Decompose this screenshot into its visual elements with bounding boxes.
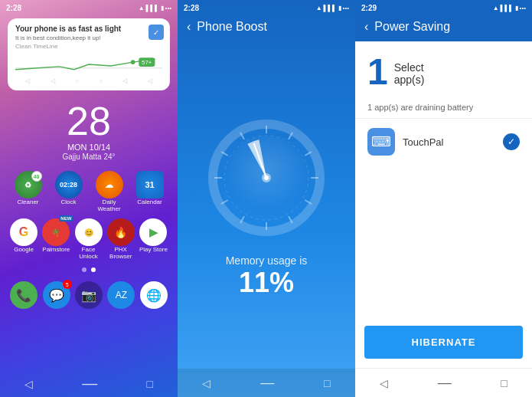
boost-wifi-icon: ▲: [316, 5, 322, 11]
app-list-item-touchpal[interactable]: ⌨ TouchPal ✓: [355, 122, 532, 162]
battery-icon: ▮: [161, 5, 164, 11]
notif-action-5: ◁: [122, 77, 127, 84]
playstore-icon: ▶: [139, 218, 167, 246]
face-unlock-label: FaceUnlock: [79, 246, 97, 260]
power-back-button[interactable]: ‹: [364, 20, 368, 34]
notif-app-icon: ✓: [149, 25, 164, 40]
boost-nav-home[interactable]: —: [260, 375, 274, 391]
cleaner-label: Cleaner: [17, 198, 38, 205]
dock-messages[interactable]: 💬 5: [43, 281, 70, 309]
page-dots: [0, 267, 178, 272]
power-saving-screen: 2:29 ▲ ▌▌▌ ▮ ••• ‹ Power Saving 1 Select…: [355, 0, 532, 397]
home-time: 2:28: [6, 4, 21, 12]
power-status-icons: ▲ ▌▌▌ ▮ •••: [493, 5, 526, 11]
dock-translate[interactable]: AZ: [107, 281, 135, 309]
power-nav-back[interactable]: ◁: [380, 377, 388, 389]
notif-action-6: ◁: [148, 77, 152, 84]
boost-nav-back[interactable]: ◁: [202, 377, 211, 389]
calendar-icon: 31: [136, 171, 164, 198]
g-letter: G: [19, 225, 28, 239]
clock-label: Clock: [60, 198, 76, 205]
app-face-unlock[interactable]: 😊 FaceUnlock: [75, 218, 103, 260]
touchpal-glyph: ⌨: [371, 133, 391, 150]
hibernate-button[interactable]: HIBERNATE: [364, 326, 523, 359]
step-number: 1: [367, 54, 388, 90]
power-status-bar: 2:29 ▲ ▌▌▌ ▮ •••: [355, 0, 532, 15]
page-dot-2[interactable]: [91, 267, 96, 272]
page-dot-1[interactable]: [82, 267, 86, 272]
cleaner-icon: ♻ 40: [15, 171, 42, 198]
home-screen: 2:28 ▲ ▌▌▌ ▮ ••• ✓ Your phone is as fast…: [0, 0, 178, 397]
app-playstore[interactable]: ▶ Play Store: [139, 218, 168, 260]
notif-action-2: ◁: [51, 77, 55, 84]
dock-phone[interactable]: 📞: [10, 281, 38, 309]
home-date-num: 28: [0, 101, 178, 141]
phone-boost-screen: 2:28 ▲ ▌▌▌ ▮ ••• ‹ Phone Boost: [178, 0, 355, 397]
wifi-icon: ▲: [139, 5, 145, 11]
home-dock: 📞 💬 5 📷 AZ 🌐: [0, 277, 178, 313]
app-cleaner[interactable]: ♻ 40 Cleaner: [15, 171, 42, 212]
notification-card[interactable]: ✓ Your phone is as fast as light It is i…: [8, 18, 170, 90]
status-bar-home: 2:28 ▲ ▌▌▌ ▮ •••: [0, 0, 178, 15]
cleaner-percent: 40: [31, 171, 42, 182]
boost-header: ‹ Phone Boost: [178, 15, 355, 38]
nav-home[interactable]: —: [82, 375, 97, 392]
boost-nav-bar: ◁ — □: [178, 369, 355, 397]
home-day-line: MON 10/14: [0, 143, 178, 152]
step-description: Select app(s): [394, 61, 425, 86]
app-palmstore[interactable]: 🌴 NEW Palmstore: [42, 218, 70, 260]
boost-back-button[interactable]: ‹: [187, 20, 191, 34]
notif-source: Clean TimeLine: [15, 43, 162, 50]
drain-info: 1 app(s) are draining battery: [355, 97, 532, 119]
svg-point-1: [131, 60, 135, 64]
boost-status-bar: 2:28 ▲ ▌▌▌ ▮ •••: [178, 0, 355, 15]
google-label: Google: [14, 246, 34, 253]
home-nav-bar: ◁ — □: [0, 370, 178, 397]
dock-chrome[interactable]: 🌐: [140, 281, 168, 309]
touchpal-icon: ⌨: [367, 128, 395, 156]
more-icon: •••: [165, 5, 171, 11]
step-line1: Select: [394, 61, 425, 74]
app-google[interactable]: G Google: [10, 218, 38, 260]
notif-title: Your phone is as fast as light: [15, 25, 162, 33]
weather-label: DailyWeather: [97, 198, 120, 212]
boost-title: Phone Boost: [197, 20, 267, 34]
boost-memory-label: Memory usage is: [226, 254, 308, 267]
app-clock[interactable]: 02:28 Clock: [55, 171, 83, 212]
power-nav-bar: ◁ — □: [355, 368, 532, 397]
power-nav-home[interactable]: —: [438, 375, 452, 391]
power-title: Power Saving: [374, 20, 450, 34]
nav-recents[interactable]: □: [146, 378, 152, 390]
notif-action-4: ○: [99, 77, 103, 84]
boost-signal-icon: ▌▌▌: [324, 5, 337, 11]
svg-text:57+: 57+: [142, 59, 152, 66]
dock-camera[interactable]: 📷: [75, 281, 103, 309]
phx-icon: 🔥: [107, 218, 135, 246]
notif-action-1: ◁: [25, 77, 30, 84]
app-weather[interactable]: ☁ DailyWeather: [96, 171, 123, 212]
power-more-icon: •••: [520, 5, 526, 11]
power-wifi-icon: ▲: [493, 5, 499, 11]
boost-memory-value: 11%: [226, 267, 308, 299]
signal-icon: ▌▌▌: [146, 5, 159, 11]
home-location: Gajju Matta 24°: [0, 153, 178, 161]
boost-nav-recents[interactable]: □: [324, 377, 330, 389]
power-nav-recents[interactable]: □: [501, 377, 507, 389]
boost-gauge: [205, 116, 328, 239]
calendar-label: Calendar: [137, 198, 162, 205]
clock-icon: 02:28: [55, 171, 83, 198]
notif-sub: It is in best condition,keep it up!: [15, 34, 162, 41]
boost-gauge-area: Memory usage is 11%: [178, 38, 355, 369]
power-spacer: [355, 162, 532, 317]
app-phx[interactable]: 🔥 PHXBrowser: [107, 218, 135, 260]
power-header: ‹ Power Saving: [355, 15, 532, 41]
svg-point-21: [264, 176, 269, 180]
step-line2: app(s): [394, 74, 425, 86]
touchpal-name: TouchPal: [403, 136, 443, 148]
app-calendar[interactable]: 31 Calendar: [136, 171, 164, 212]
touchpal-checkbox[interactable]: ✓: [503, 133, 520, 150]
messages-badge: 5: [63, 280, 72, 289]
home-date-area: 28 MON 10/14 Gajju Matta 24°: [0, 94, 178, 165]
home-status-icons: ▲ ▌▌▌ ▮ •••: [139, 5, 171, 11]
nav-back[interactable]: ◁: [24, 378, 33, 390]
